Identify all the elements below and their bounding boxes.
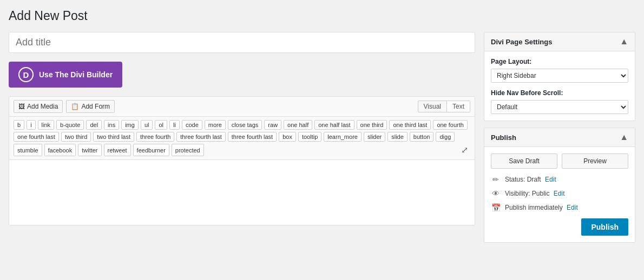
tag-b-quote[interactable]: b-quote	[56, 120, 84, 130]
tag-one-half[interactable]: one half	[284, 120, 312, 130]
add-media-label: Add Media	[27, 103, 58, 110]
publish-box: Publish ▲ Save Draft Preview ✏ Status: D…	[484, 128, 635, 243]
publish-meta: ✏ Status: Draft Edit 👁 Visibility: Publi…	[491, 175, 628, 212]
publish-button[interactable]: Publish	[581, 218, 628, 236]
tag-three-fourth[interactable]: three fourth	[136, 132, 174, 142]
save-draft-button[interactable]: Save Draft	[491, 154, 557, 169]
tag-more[interactable]: more	[205, 120, 226, 130]
tag-li[interactable]: li	[169, 120, 180, 130]
visibility-row: 👁 Visibility: Public Edit	[491, 189, 628, 198]
tag-three-fourth-last[interactable]: three fourth last	[176, 132, 225, 142]
page-layout-select[interactable]: Right Sidebar Left Sidebar Full Width No…	[491, 69, 628, 83]
text-tab[interactable]: Text	[447, 101, 470, 112]
fullscreen-button[interactable]: ⤢	[459, 144, 470, 156]
view-tabs: Visual Text	[418, 101, 470, 112]
tag-retweet[interactable]: retweet	[104, 144, 131, 156]
publish-title: Publish	[491, 134, 516, 142]
editor-box: 🖼 Add Media 📋 Add Form Visual Text bilin…	[9, 96, 475, 225]
divi-button-label: Use The Divi Builder	[39, 70, 113, 79]
divi-builder-button[interactable]: D Use The Divi Builder	[9, 62, 122, 88]
media-icon: 🖼	[18, 103, 25, 110]
status-edit-link[interactable]: Edit	[545, 176, 556, 183]
publish-collapse[interactable]: ▲	[620, 132, 628, 142]
tag-one-third-last[interactable]: one third last	[389, 120, 431, 130]
status-text: Status: Draft Edit	[505, 176, 556, 183]
visibility-text: Visibility: Public Edit	[505, 190, 565, 197]
tag-twitter[interactable]: twitter	[78, 144, 101, 156]
page-layout-label: Page Layout:	[491, 58, 628, 65]
tag-close-tags[interactable]: close tags	[228, 120, 262, 130]
tag-button[interactable]: button	[410, 132, 434, 142]
tag-img[interactable]: img	[121, 120, 139, 130]
tag-stumble[interactable]: stumble	[14, 144, 42, 156]
tag-link[interactable]: link	[38, 120, 55, 130]
tag-ul[interactable]: ul	[141, 120, 153, 130]
page-title: Add New Post	[9, 9, 635, 23]
tag-feedburner[interactable]: feedburner	[133, 144, 169, 156]
divi-settings-collapse[interactable]: ▲	[620, 37, 628, 46]
post-title-input[interactable]	[9, 32, 475, 53]
sidebar: Divi Page Settings ▲ Page Layout: Right …	[484, 32, 635, 243]
tag-digg[interactable]: digg	[436, 132, 455, 142]
divi-settings-title: Divi Page Settings	[491, 38, 552, 46]
preview-button[interactable]: Preview	[562, 154, 628, 169]
tag-one-fourth-last[interactable]: one fourth last	[14, 132, 59, 142]
tag-facebook[interactable]: facebook	[44, 144, 76, 156]
publish-header: Publish ▲	[484, 128, 635, 147]
divi-logo: D	[18, 67, 34, 82]
add-media-button[interactable]: 🖼 Add Media	[14, 100, 63, 113]
pencil-icon: ✏	[491, 175, 501, 184]
tag-b[interactable]: b	[14, 120, 24, 130]
calendar-icon: 📅	[491, 203, 501, 212]
divi-settings-header: Divi Page Settings ▲	[484, 32, 635, 51]
tag-two-third[interactable]: two third	[61, 132, 91, 142]
publish-actions: Save Draft Preview	[491, 154, 628, 169]
publish-time-edit-link[interactable]: Edit	[567, 204, 578, 211]
eye-icon: 👁	[491, 189, 501, 198]
format-tags-toolbar: bilinkb-quotedelinsimgulollicodemoreclos…	[9, 117, 475, 160]
tag-ins[interactable]: ins	[104, 120, 119, 130]
tag-ol[interactable]: ol	[155, 120, 167, 130]
divi-settings-box: Divi Page Settings ▲ Page Layout: Right …	[484, 32, 635, 121]
editor-toolbar: 🖼 Add Media 📋 Add Form Visual Text	[9, 97, 475, 117]
add-form-button[interactable]: 📋 Add Form	[66, 100, 115, 113]
tag-slider[interactable]: slider	[364, 132, 385, 142]
tag-slide[interactable]: slide	[387, 132, 408, 142]
publish-footer: Publish	[491, 218, 628, 236]
publish-time-value: immediately	[528, 204, 563, 211]
tag-three-fourth-last[interactable]: three fourth last	[228, 132, 277, 142]
tag-one-third[interactable]: one third	[357, 120, 387, 130]
tag-box[interactable]: box	[279, 132, 296, 142]
divi-settings-body: Page Layout: Right Sidebar Left Sidebar …	[484, 51, 635, 121]
tag-del[interactable]: del	[86, 120, 102, 130]
tag-one-half-last[interactable]: one half last	[314, 120, 354, 130]
tag-code[interactable]: code	[182, 120, 202, 130]
tag-raw[interactable]: raw	[264, 120, 281, 130]
status-value: Draft	[527, 176, 541, 183]
tag-i[interactable]: i	[27, 120, 35, 130]
hide-nav-label: Hide Nav Before Scroll:	[491, 89, 628, 97]
status-row: ✏ Status: Draft Edit	[491, 175, 628, 184]
tag-tooltip[interactable]: tooltip	[298, 132, 321, 142]
visual-tab[interactable]: Visual	[418, 101, 447, 112]
visibility-edit-link[interactable]: Edit	[554, 190, 565, 197]
hide-nav-select[interactable]: Default On Off	[491, 100, 628, 114]
editor-content[interactable]	[9, 160, 475, 225]
form-icon: 📋	[71, 103, 79, 110]
tag-protected[interactable]: protected	[172, 144, 204, 156]
add-form-label: Add Form	[81, 103, 110, 110]
tag-one-fourth[interactable]: one fourth	[433, 120, 468, 130]
tag-two-third-last[interactable]: two third last	[93, 132, 134, 142]
publish-body: Save Draft Preview ✏ Status: Draft Edit …	[484, 147, 635, 242]
publish-time-text: Publish immediately Edit	[505, 204, 578, 211]
visibility-value: Public	[532, 190, 550, 197]
editor-area: D Use The Divi Builder 🖼 Add Media 📋 Add…	[9, 32, 475, 225]
publish-time-row: 📅 Publish immediately Edit	[491, 203, 628, 212]
tag-learn_more[interactable]: learn_more	[324, 132, 362, 142]
